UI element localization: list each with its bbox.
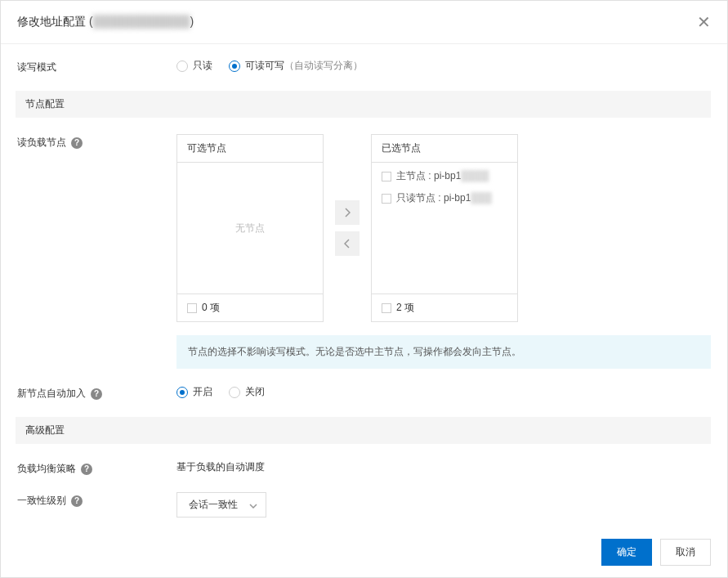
- radio-circle-icon: [176, 387, 188, 398]
- title-suffix: ): [190, 15, 194, 28]
- row-consistency: 一致性级别 ? 会话一致性: [17, 492, 711, 518]
- modal-footer: 确定 取消: [1, 527, 727, 577]
- label-lb-strategy: 负载均衡策略 ?: [17, 460, 176, 476]
- label-load-nodes: 读负载节点 ?: [17, 134, 176, 150]
- node-redacted: ████: [461, 170, 489, 181]
- transfer-controls: [332, 134, 363, 322]
- radio-auto-join-off[interactable]: 关闭: [229, 385, 265, 399]
- row-load-nodes: 读负载节点 ? 可选节点 无节点 0 项: [17, 134, 711, 369]
- radio-readwrite-hint: （自动读写分离）: [284, 60, 363, 71]
- consistency-select-value: 会话一致性: [189, 498, 238, 512]
- transfer-selected: 已选节点 主节点 : pi-bp1████ 只读节点 : pi-bp1███: [371, 134, 518, 322]
- help-icon[interactable]: ?: [91, 388, 102, 400]
- label-auto-join-text: 新节点自动加入: [17, 387, 86, 401]
- transfer-available-footer: 0 项: [177, 293, 323, 321]
- title-redacted: ████████████: [93, 15, 190, 28]
- label-load-nodes-text: 读负载节点: [17, 136, 66, 150]
- transfer-available-count: 0 项: [202, 301, 220, 315]
- lb-strategy-value: 基于负载的自动调度: [176, 460, 711, 474]
- cancel-button[interactable]: 取消: [660, 539, 711, 566]
- transfer-empty-text: 无节点: [235, 222, 265, 235]
- move-left-button[interactable]: [335, 231, 360, 256]
- label-rw-mode-text: 读写模式: [17, 60, 56, 74]
- radio-readonly-label: 只读: [193, 59, 212, 73]
- close-icon[interactable]: ✕: [697, 14, 711, 30]
- row-lb-strategy: 负载均衡策略 ? 基于负载的自动调度: [17, 460, 711, 476]
- node-redacted: ███: [471, 192, 492, 204]
- label-consistency-text: 一致性级别: [17, 494, 66, 508]
- label-rw-mode: 读写模式: [17, 59, 176, 74]
- modal-header: 修改地址配置 (████████████) ✕: [1, 1, 727, 44]
- title-prefix: 修改地址配置 (: [17, 15, 93, 28]
- consistency-select[interactable]: 会话一致性: [176, 492, 266, 518]
- radio-readwrite-text: 可读可写: [245, 60, 284, 71]
- help-icon[interactable]: ?: [71, 495, 83, 507]
- node-selection-tip: 节点的选择不影响读写模式。无论是否选中主节点，写操作都会发向主节点。: [176, 335, 711, 369]
- radio-circle-icon: [229, 387, 240, 398]
- move-right-button[interactable]: [335, 200, 360, 225]
- modal-title: 修改地址配置 (████████████): [17, 15, 194, 29]
- node-prefix: 只读节点 : pi-bp1: [396, 192, 471, 204]
- load-nodes-content: 可选节点 无节点 0 项: [176, 134, 711, 369]
- radio-readwrite-label: 可读可写（自动读写分离）: [245, 59, 363, 73]
- label-consistency: 一致性级别 ?: [17, 492, 176, 508]
- radio-auto-join-on[interactable]: 开启: [176, 385, 212, 399]
- transfer-widget: 可选节点 无节点 0 项: [176, 134, 711, 322]
- radio-off-label: 关闭: [245, 385, 265, 399]
- help-icon[interactable]: ?: [81, 464, 92, 475]
- checkbox-icon[interactable]: [382, 194, 391, 204]
- radio-on-label: 开启: [193, 385, 212, 399]
- checkbox-icon[interactable]: [187, 303, 197, 313]
- node-prefix: 主节点 : pi-bp1: [396, 170, 461, 181]
- ok-button[interactable]: 确定: [601, 539, 652, 566]
- radio-readonly[interactable]: 只读: [176, 59, 212, 73]
- node-item-label: 只读节点 : pi-bp1███: [396, 191, 492, 205]
- transfer-available: 可选节点 无节点 0 项: [176, 134, 324, 322]
- rw-mode-options: 只读 可读可写（自动读写分离）: [176, 59, 711, 73]
- help-icon[interactable]: ?: [71, 137, 83, 149]
- modal-dialog: 修改地址配置 (████████████) ✕ 读写模式 只读 可读可写（自动读…: [0, 0, 728, 578]
- radio-readwrite[interactable]: 可读可写（自动读写分离）: [229, 59, 363, 73]
- section-advanced-config: 高级配置: [16, 417, 711, 444]
- label-lb-strategy-text: 负载均衡策略: [17, 462, 76, 476]
- modal-body: 读写模式 只读 可读可写（自动读写分离） 节点配置 读负载节点: [1, 44, 727, 527]
- checkbox-icon[interactable]: [382, 172, 391, 181]
- transfer-selected-footer: 2 项: [372, 293, 517, 321]
- consistency-content: 会话一致性: [176, 492, 711, 518]
- label-auto-join: 新节点自动加入 ?: [17, 385, 176, 401]
- auto-join-options: 开启 关闭: [176, 385, 711, 399]
- chevron-down-icon: [249, 500, 257, 511]
- section-node-config: 节点配置: [16, 91, 711, 118]
- chevron-left-icon: [344, 239, 351, 249]
- node-item[interactable]: 主节点 : pi-bp1████: [382, 169, 507, 183]
- transfer-available-body: 无节点: [177, 163, 323, 293]
- transfer-selected-count: 2 项: [396, 301, 414, 315]
- chevron-right-icon: [344, 208, 351, 217]
- node-item-label: 主节点 : pi-bp1████: [396, 169, 489, 183]
- transfer-available-title: 可选节点: [177, 135, 323, 163]
- row-rw-mode: 读写模式 只读 可读可写（自动读写分离）: [17, 59, 711, 74]
- radio-circle-icon: [176, 60, 188, 72]
- transfer-selected-body: 主节点 : pi-bp1████ 只读节点 : pi-bp1███: [372, 163, 517, 293]
- row-auto-join: 新节点自动加入 ? 开启 关闭: [17, 385, 711, 401]
- radio-circle-icon: [229, 60, 240, 72]
- node-item[interactable]: 只读节点 : pi-bp1███: [382, 191, 507, 205]
- checkbox-icon[interactable]: [382, 303, 391, 313]
- transfer-selected-title: 已选节点: [372, 135, 517, 163]
